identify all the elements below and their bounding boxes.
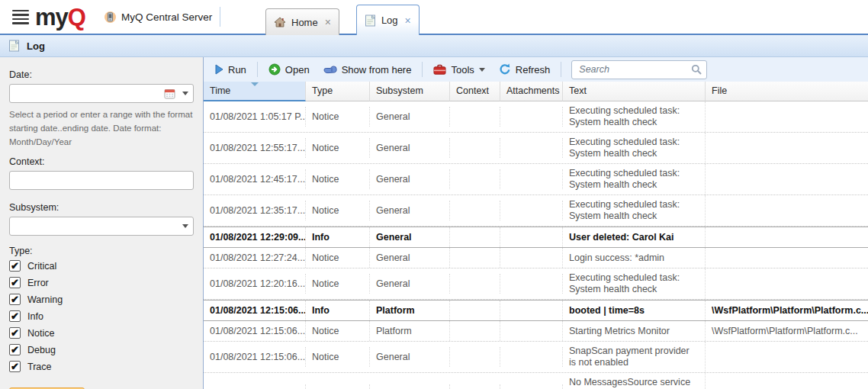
column-header-context[interactable]: Context [450, 82, 500, 101]
toolbar-separator [257, 62, 258, 77]
cell-time: 01/08/2021 12:45:17... [204, 169, 306, 189]
server-icon [104, 11, 117, 24]
table-row[interactable]: 01/08/2021 12:15:06...NoticeGeneralSnapS… [204, 342, 868, 373]
tab-home[interactable]: Home × [265, 8, 339, 35]
table-row[interactable]: 01/08/2021 12:35:17...NoticeGeneralExecu… [204, 195, 868, 227]
table-row[interactable]: 01/08/2021 12:20:16...NoticeGeneralExecu… [204, 268, 868, 300]
cell-subsystem: General [370, 138, 450, 158]
cell-context [450, 301, 500, 320]
table-row[interactable]: 01/08/2021 12:15:06...InfoPlatformbooted… [204, 300, 868, 321]
log-icon [365, 14, 376, 27]
subsystem-select[interactable] [9, 217, 194, 236]
type-checkbox-notice[interactable]: ✔Notice [9, 327, 194, 339]
cell-subsystem: General [370, 274, 450, 294]
cell-time: 01/08/2021 12:29:09... [204, 227, 306, 247]
cell-attachments [500, 138, 563, 158]
cell-text: Executing scheduled task: System health … [563, 164, 706, 194]
page-title-bar: Log [0, 35, 868, 57]
subsystem-dropdown-icon[interactable] [182, 224, 188, 228]
cell-attachments [500, 227, 563, 247]
calendar-icon[interactable] [164, 88, 175, 99]
column-header-type[interactable]: Type [306, 82, 370, 101]
cell-context [450, 274, 500, 294]
column-header-attachments[interactable]: Attachments [500, 82, 563, 101]
table-row[interactable]: 01/08/2021 12:15:06...NoticePlatformStar… [204, 321, 868, 342]
cell-attachments [500, 384, 563, 389]
show-from-here-button[interactable]: Show from here [318, 62, 417, 78]
type-checkbox-info[interactable]: ✔Info [9, 310, 194, 322]
type-checkbox-label: Notice [27, 328, 54, 339]
table-row[interactable]: 01/08/2021 12:45:17...NoticeGeneralExecu… [204, 164, 868, 195]
type-checkbox-debug[interactable]: ✔Debug [9, 344, 194, 355]
toolbar-separator [422, 62, 423, 77]
refresh-button[interactable]: Refresh [493, 61, 556, 78]
column-header-label: Text [569, 85, 587, 96]
cell-context [450, 138, 500, 158]
type-checkbox-trace[interactable]: ✔Trace [9, 361, 194, 372]
pointer-hand-icon [323, 66, 337, 74]
checkbox-checked-icon[interactable]: ✔ [9, 361, 21, 372]
cell-text: Executing scheduled task: System health … [563, 133, 706, 163]
column-header-file[interactable]: File [706, 82, 868, 101]
checkbox-checked-icon[interactable]: ✔ [9, 260, 21, 272]
page-title: Log [27, 40, 45, 52]
table-search-input[interactable] [571, 60, 707, 79]
myq-log-window: myQ MyQ Central Server Home × Log [0, 0, 868, 389]
checkbox-checked-icon[interactable]: ✔ [9, 327, 21, 339]
open-button[interactable]: Open [263, 61, 315, 78]
cell-file [706, 227, 868, 247]
column-header-subsystem[interactable]: Subsystem [370, 82, 450, 101]
date-dropdown-icon[interactable] [182, 92, 188, 95]
tab-log[interactable]: Log × [356, 5, 420, 35]
table-row[interactable]: 01/08/2021 12:15:06...NoticePlatformMess… [204, 373, 868, 389]
cell-subsystem: General [370, 347, 450, 367]
column-header-label: Context [456, 85, 489, 96]
column-header-text[interactable]: Text [563, 82, 706, 101]
cell-type: Notice [306, 384, 370, 389]
date-help-text: Select a period or enter a range with th… [9, 108, 194, 149]
filter-sidebar: Date: Select a period or enter a range w… [0, 57, 204, 389]
show-from-here-label: Show from here [342, 64, 412, 76]
cell-time: 01/08/2021 12:20:16... [204, 274, 306, 294]
type-checkbox-warning[interactable]: ✔Warning [9, 294, 194, 305]
hamburger-menu-icon[interactable] [12, 10, 29, 24]
logo-text-my: my [35, 5, 68, 29]
cell-type: Notice [306, 201, 370, 220]
context-input[interactable] [9, 171, 194, 190]
column-header-label: Attachments [506, 85, 559, 96]
table-row[interactable]: 01/08/2021 12:55:17...NoticeGeneralExecu… [204, 133, 868, 164]
tab-home-close-icon[interactable]: × [325, 17, 331, 27]
type-options: ✔Critical✔Error✔Warning✔Info✔Notice✔Debu… [9, 260, 194, 372]
type-checkbox-critical[interactable]: ✔Critical [9, 260, 194, 272]
server-label-area: MyQ Central Server [104, 11, 212, 24]
cell-context [450, 248, 500, 268]
table-row[interactable]: 01/08/2021 1:05:17 P...NoticeGeneralExec… [204, 101, 868, 133]
cell-context: Messages [450, 384, 500, 389]
cell-subsystem: Platform [370, 301, 450, 320]
checkbox-checked-icon[interactable]: ✔ [9, 277, 21, 288]
cell-file [706, 347, 868, 367]
run-button[interactable]: Run [210, 62, 252, 78]
cell-type: Notice [306, 169, 370, 189]
checkbox-checked-icon[interactable]: ✔ [9, 344, 21, 355]
cell-time: 01/08/2021 1:05:17 P... [204, 107, 306, 127]
log-page-icon [8, 40, 20, 52]
open-label: Open [285, 64, 310, 76]
checkbox-checked-icon[interactable]: ✔ [9, 310, 21, 322]
checkbox-checked-icon[interactable]: ✔ [9, 294, 21, 305]
table-body: 01/08/2021 1:05:17 P...NoticeGeneralExec… [204, 101, 868, 389]
table-row[interactable]: 01/08/2021 12:29:09...InfoGeneralUser de… [204, 227, 868, 248]
table-header: TimeTypeSubsystemContextAttachmentsTextF… [204, 82, 868, 101]
myq-logo[interactable]: myQ [35, 5, 85, 29]
cell-attachments [500, 274, 563, 294]
cell-subsystem: Platform [370, 321, 450, 341]
tab-log-close-icon[interactable]: × [405, 15, 411, 26]
type-checkbox-error[interactable]: ✔Error [9, 277, 194, 288]
date-label: Date: [9, 69, 194, 80]
tools-button[interactable]: Tools [428, 62, 490, 78]
cell-attachments [500, 201, 563, 220]
cell-file [706, 107, 868, 127]
cell-subsystem: Platform [370, 384, 450, 389]
column-header-time[interactable]: Time [204, 82, 306, 101]
table-row[interactable]: 01/08/2021 12:27:24...NoticeGeneralLogin… [204, 248, 868, 268]
